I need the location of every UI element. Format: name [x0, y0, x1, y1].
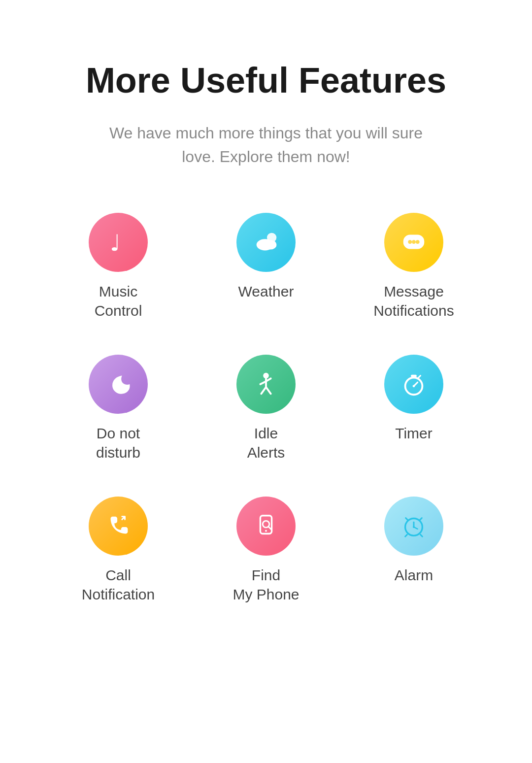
alarm-label: Alarm: [395, 565, 433, 585]
svg-point-8: [416, 240, 420, 244]
weather-icon-circle: [236, 213, 296, 272]
find-my-phone-label: FindMy Phone: [233, 565, 299, 604]
person-walking-icon: [252, 370, 280, 398]
features-grid: ♩ MusicControl Weather Mess: [54, 213, 478, 604]
svg-text:♩: ♩: [110, 231, 121, 256]
music-control-label: MusicControl: [95, 282, 142, 320]
idle-icon-circle: [236, 355, 296, 414]
alarm-clock-icon: [399, 512, 428, 540]
feature-music-control[interactable]: ♩ MusicControl: [54, 213, 182, 320]
svg-point-19: [413, 385, 415, 388]
feature-call-notification[interactable]: CallNotification: [54, 497, 182, 604]
search-phone-icon: [252, 512, 280, 540]
timer-icon: [399, 370, 428, 398]
weather-label: Weather: [238, 282, 294, 301]
svg-point-31: [413, 526, 415, 528]
idle-alerts-label: IdleAlerts: [247, 424, 285, 462]
feature-timer[interactable]: Timer: [350, 355, 478, 462]
svg-line-14: [266, 387, 271, 394]
svg-line-13: [261, 387, 266, 394]
page-subtitle: We have much more things that you will s…: [99, 121, 433, 168]
alarm-icon-circle: [384, 497, 443, 556]
svg-line-25: [405, 535, 407, 537]
call-icon-circle: [89, 497, 148, 556]
svg-line-26: [421, 535, 423, 537]
moon-icon: [104, 370, 133, 398]
call-notification-label: CallNotification: [82, 565, 155, 604]
svg-line-22: [268, 527, 271, 530]
svg-point-6: [408, 240, 412, 244]
music-control-icon-circle: ♩: [89, 213, 148, 272]
feature-idle-alerts[interactable]: IdleAlerts: [202, 355, 330, 462]
svg-line-28: [420, 518, 422, 521]
dnd-label: Do notdisturb: [96, 424, 140, 462]
page-title: More Useful Features: [86, 59, 446, 101]
feature-dnd[interactable]: Do notdisturb: [54, 355, 182, 462]
svg-rect-4: [259, 242, 276, 248]
feature-message-notifications[interactable]: MessageNotifications: [350, 213, 478, 320]
message-bubble-icon: [399, 228, 428, 257]
svg-point-23: [265, 530, 267, 532]
svg-rect-16: [411, 375, 417, 377]
timer-icon-circle: [384, 355, 443, 414]
cloud-icon: [252, 228, 280, 257]
phone-icon: [104, 512, 133, 540]
message-icon-circle: [384, 213, 443, 272]
feature-alarm[interactable]: Alarm: [350, 497, 478, 604]
find-icon-circle: [236, 497, 296, 556]
svg-point-7: [412, 240, 416, 244]
music-note-icon: ♩: [104, 228, 133, 257]
svg-line-17: [419, 376, 421, 378]
dnd-icon-circle: [89, 355, 148, 414]
feature-weather[interactable]: Weather: [202, 213, 330, 320]
feature-find-my-phone[interactable]: FindMy Phone: [202, 497, 330, 604]
timer-label: Timer: [395, 424, 432, 443]
message-notifications-label: MessageNotifications: [373, 282, 454, 320]
svg-line-27: [406, 518, 408, 521]
